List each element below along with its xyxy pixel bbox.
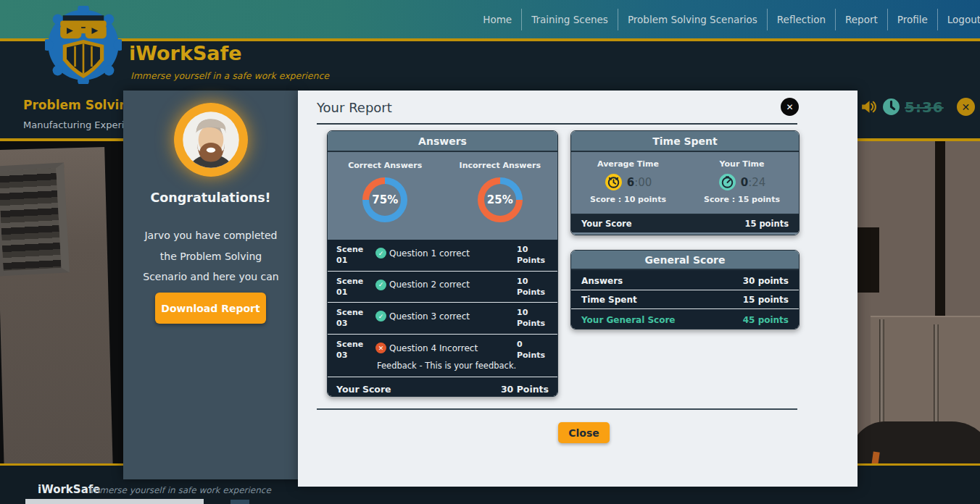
timer-clock-icon — [882, 98, 900, 116]
points-value: 10 — [517, 308, 528, 317]
panel-seam — [858, 227, 879, 293]
average-time-seconds: :00 — [634, 176, 652, 189]
nav-item-report[interactable]: Report — [835, 9, 887, 30]
nav-item-profile[interactable]: Profile — [887, 9, 937, 30]
your-time-value: 0 — [741, 176, 748, 189]
incorrect-percentage: 25% — [478, 177, 523, 222]
top-nav-bar: Home Training Scenes Problem Solving Sce… — [0, 0, 980, 41]
general-total-label: Your General Score — [581, 315, 676, 325]
time-spent-panel: Time Spent Average Time 6:00 Score : 10 … — [570, 130, 800, 235]
speaker-icon[interactable] — [860, 98, 878, 116]
correct-percentage: 75% — [362, 177, 407, 222]
answers-score-value: 30 Points — [501, 384, 549, 395]
question-result-text: Question 2 correct — [389, 280, 470, 290]
download-report-button[interactable]: Download Report — [155, 293, 266, 324]
time-score-row: Your Score 15 points — [571, 214, 799, 232]
points-value: 0 — [517, 340, 523, 349]
feedback-text: Feedback - This is your feedback. — [377, 361, 517, 371]
exit-icon[interactable]: ✕ — [957, 98, 975, 116]
correct-answers-label: Correct Answers — [348, 161, 422, 170]
question-results-list: Scene 01 ✓ Question 1 correct 10 Points … — [328, 240, 557, 397]
congratulations-panel: Congratulations! Jarvo you have complete… — [123, 91, 298, 479]
iworksafe-logo-icon — [45, 6, 122, 84]
scene-label: Scene — [336, 245, 363, 254]
general-row-value: 15 points — [743, 295, 789, 305]
general-total-row: Your General Score 45 points — [571, 309, 799, 329]
main-nav: Home Training Scenes Problem Solving Sce… — [473, 0, 980, 38]
nav-item-problem-solving-scenarios[interactable]: Problem Solving Scenarios — [618, 9, 767, 30]
answers-panel-title: Answers — [328, 131, 557, 152]
brand-name: iWorkSafe — [129, 42, 242, 64]
average-time-value: 6 — [627, 176, 634, 189]
time-total-label: Your Score — [581, 219, 632, 229]
panel-seam — [935, 135, 945, 320]
alarm-clock-yellow-icon — [605, 173, 623, 191]
time-total-value: 15 points — [744, 219, 789, 229]
close-button[interactable]: Close — [558, 422, 610, 443]
card-bottom-strip — [571, 232, 799, 235]
close-icon[interactable]: ✕ — [781, 98, 799, 116]
general-row: Time Spent 15 points — [571, 290, 799, 309]
points-unit: Points — [517, 350, 545, 360]
points-unit: Points — [517, 319, 545, 328]
answers-score-label: Your Score — [336, 384, 391, 395]
answers-score-row: Your Score 30 Points — [328, 377, 557, 397]
scene-number: 01 — [336, 287, 347, 297]
nav-item-logout[interactable]: Logout — [937, 9, 980, 30]
points-unit: Points — [517, 287, 545, 297]
scene-number: 03 — [336, 350, 347, 360]
background-photo-left — [0, 141, 123, 463]
scenario-title: Problem Solving — [23, 98, 137, 112]
average-time-label: Average Time — [597, 159, 659, 169]
cross-icon: ✕ — [375, 343, 386, 353]
nav-item-reflection[interactable]: Reflection — [767, 9, 835, 30]
modal-divider — [317, 408, 797, 410]
question-result-text: Question 1 correct — [389, 248, 470, 259]
points-value: 10 — [517, 245, 528, 254]
general-row-label: Answers — [581, 276, 623, 286]
congrats-title: Congratulations! — [123, 190, 298, 205]
general-row-label: Time Spent — [581, 295, 637, 305]
scene-label: Scene — [336, 308, 363, 317]
check-icon: ✓ — [375, 280, 386, 290]
scene-label: Scene — [336, 277, 363, 286]
bottom-white-bar — [25, 499, 204, 504]
nav-item-training-scenes[interactable]: Training Scenes — [521, 9, 618, 30]
points-unit: Points — [517, 256, 545, 265]
question-result-text: Question 4 Incorrect — [389, 343, 478, 353]
bottom-blue-square — [231, 500, 249, 504]
title-divider — [317, 123, 797, 125]
question-row: Scene 01 ✓ Question 1 correct 10 Points — [328, 240, 557, 272]
points-value: 10 — [517, 277, 528, 286]
scene-number: 01 — [336, 256, 347, 265]
question-row: Scene 03 ✓ Question 3 correct 10 Points — [328, 303, 557, 335]
check-icon: ✓ — [375, 248, 386, 259]
general-total-value: 45 points — [743, 315, 789, 325]
header-hud: 5:36 ✕ Exit — [860, 98, 980, 116]
your-time-label: Your Time — [720, 159, 765, 169]
general-panel-title: General Score — [571, 251, 799, 270]
brand-tagline: Immerse yourself in a safe work experien… — [130, 70, 329, 81]
general-row: Answers 30 points — [571, 272, 799, 290]
check-icon: ✓ — [375, 311, 386, 322]
wall-vent — [0, 163, 70, 277]
time-panel-title: Time Spent — [571, 131, 799, 152]
nav-item-home[interactable]: Home — [473, 9, 521, 30]
correct-donut-chart: 75% — [362, 177, 407, 222]
avatar — [174, 103, 248, 177]
report-modal: Your Report ✕ Answers Correct Answers 75… — [298, 91, 858, 487]
countdown-timer: 5:36 — [905, 98, 944, 116]
general-score-panel: General Score Answers 30 points Time Spe… — [570, 250, 800, 329]
your-time-seconds: :24 — [748, 176, 765, 189]
answers-panel: Answers Correct Answers 75% Incorrect An… — [327, 130, 558, 397]
your-time-score: Score : 15 points — [704, 195, 780, 204]
stopwatch-teal-icon — [718, 173, 736, 191]
general-row-value: 30 points — [743, 276, 789, 286]
answers-charts: Correct Answers 75% Incorrect Answers 25… — [328, 152, 557, 240]
incorrect-answers-label: Incorrect Answers — [460, 161, 541, 170]
question-row: Scene 01 ✓ Question 2 correct 10 Points — [328, 272, 557, 303]
scene-label: Scene — [336, 340, 363, 349]
incorrect-donut-chart: 25% — [478, 177, 523, 222]
app-stage: Home Training Scenes Problem Solving Sce… — [0, 0, 980, 504]
question-row: Scene 03 ✕ Question 4 Incorrect Feedback… — [328, 335, 557, 377]
